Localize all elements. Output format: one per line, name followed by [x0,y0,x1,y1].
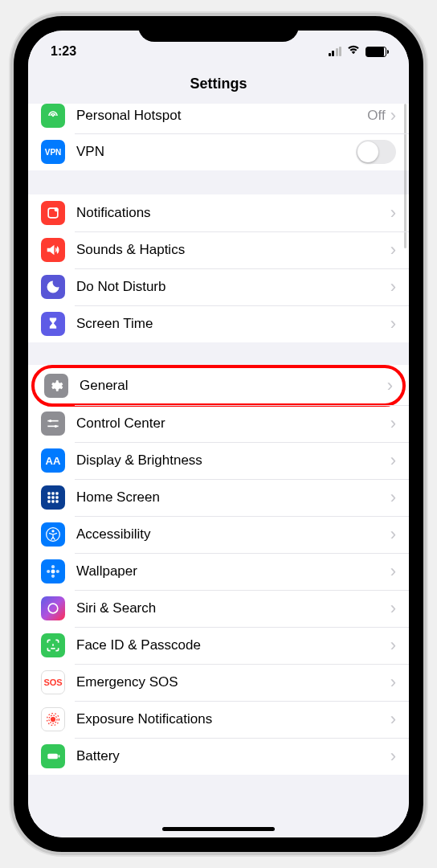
phone-screen: 1:23 Settings Personal Hotspot Off [28,31,409,837]
row-label: Emergency SOS [76,674,390,690]
chevron-right-icon: › [387,377,393,395]
chevron-right-icon: › [390,415,396,432]
row-battery[interactable]: Battery › [28,738,409,775]
row-exposure-notifications[interactable]: Exposure Notifications › [28,701,409,738]
row-screen-time[interactable]: Screen Time › [28,305,409,342]
svg-rect-8 [51,492,54,494]
phone-frame: 1:23 Settings Personal Hotspot Off [14,16,423,852]
siri-icon [41,596,65,620]
chevron-right-icon: › [390,563,396,580]
cellular-signal-icon [329,47,342,56]
row-label: Display & Brightness [76,452,390,469]
row-label: Wallpaper [76,563,390,579]
svg-point-23 [48,604,58,613]
row-label: Screen Time [76,316,390,332]
chevron-right-icon: › [390,637,396,654]
section-connectivity: Personal Hotspot Off › VPN VPN [28,104,409,170]
chevron-right-icon: › [390,241,396,259]
row-siri-search[interactable]: Siri & Search › [28,590,409,627]
row-face-id-passcode[interactable]: Face ID & Passcode › [28,627,409,664]
text-size-icon: AA [41,448,65,473]
row-label: Personal Hotspot [76,108,367,124]
chevron-right-icon: › [390,526,396,543]
svg-point-18 [51,570,55,574]
row-value: Off [367,108,385,124]
sounds-icon [41,238,65,262]
svg-point-24 [51,718,55,722]
sliders-icon [41,411,65,436]
row-label: Siri & Search [76,600,390,616]
row-label: Battery [76,748,390,764]
svg-rect-13 [47,500,50,502]
chevron-right-icon: › [390,600,396,617]
svg-rect-4 [47,420,58,422]
vpn-icon: VPN [41,140,65,164]
row-control-center[interactable]: Control Center › [28,405,409,442]
chevron-right-icon: › [390,204,396,222]
svg-rect-27 [47,754,58,760]
sos-icon: SOS [41,670,65,694]
exposure-icon [41,707,65,731]
wifi-icon [346,44,361,59]
flower-icon [41,559,65,583]
svg-point-19 [51,565,55,568]
row-label: General [80,378,387,394]
grid-icon [41,485,65,510]
gear-icon [44,374,68,398]
face-id-icon [41,633,65,657]
chevron-right-icon: › [390,489,396,506]
chevron-right-icon: › [390,315,396,333]
chevron-right-icon: › [390,278,396,296]
battery-icon [366,47,386,57]
personal-hotspot-icon [41,104,65,128]
row-general[interactable]: General › [31,365,406,407]
svg-rect-7 [47,492,50,494]
row-label: Notifications [76,205,390,221]
status-indicators [329,38,387,59]
row-label: Accessibility [76,526,390,542]
svg-rect-12 [55,496,58,498]
row-vpn[interactable]: VPN VPN [28,133,409,170]
row-label: Home Screen [76,489,390,506]
row-do-not-disturb[interactable]: Do Not Disturb › [28,268,409,305]
chevron-right-icon: › [390,710,396,728]
row-label: Sounds & Haptics [76,242,390,258]
row-accessibility[interactable]: Accessibility › [28,516,409,553]
row-label: Control Center [76,416,390,432]
svg-point-2 [55,207,59,211]
row-sounds-haptics[interactable]: Sounds & Haptics › [28,231,409,268]
svg-rect-9 [55,492,58,494]
section-general: General › Control Center › AA Display & … [28,365,409,775]
chevron-right-icon: › [390,747,396,765]
row-emergency-sos[interactable]: SOS Emergency SOS › [28,664,409,701]
home-indicator[interactable] [162,827,275,831]
row-label: Do Not Disturb [76,279,390,295]
chevron-right-icon: › [390,452,396,469]
svg-point-20 [51,575,55,578]
chevron-right-icon: › [390,107,396,125]
row-notifications[interactable]: Notifications › [28,194,409,231]
svg-point-21 [47,570,50,573]
row-label: Face ID & Passcode [76,637,390,653]
svg-rect-10 [47,496,50,498]
status-time: 1:23 [51,38,76,59]
row-home-screen[interactable]: Home Screen › [28,479,409,516]
row-personal-hotspot[interactable]: Personal Hotspot Off › [28,104,409,133]
vpn-toggle[interactable] [356,140,396,164]
row-display-brightness[interactable]: AA Display & Brightness › [28,442,409,479]
svg-rect-14 [51,500,54,502]
battery-icon [41,744,65,768]
svg-rect-11 [51,496,54,498]
svg-point-0 [52,115,55,117]
section-notifications: Notifications › Sounds & Haptics › Do No… [28,194,409,342]
accessibility-icon [41,522,65,547]
hourglass-icon [41,312,65,336]
notifications-icon [41,201,65,225]
row-wallpaper[interactable]: Wallpaper › [28,553,409,590]
notch [138,16,299,42]
svg-rect-28 [59,755,60,757]
svg-point-17 [51,530,54,532]
row-label: Exposure Notifications [76,711,390,727]
chevron-right-icon: › [390,674,396,691]
settings-content[interactable]: Personal Hotspot Off › VPN VPN Notific [28,104,409,837]
